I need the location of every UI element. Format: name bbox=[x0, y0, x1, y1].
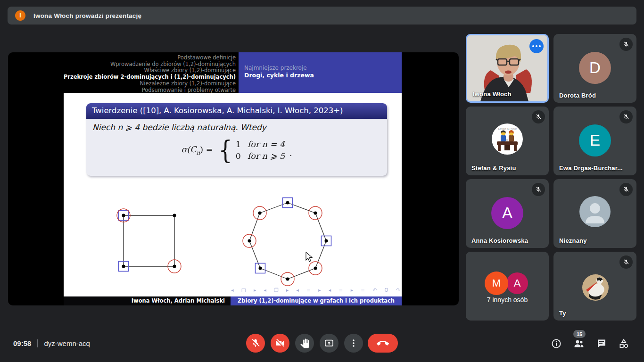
toc-item: Właściwe zbiory (1,2)-dominujące bbox=[8, 67, 236, 74]
activities-button[interactable] bbox=[618, 338, 629, 349]
more-options-button[interactable] bbox=[344, 334, 363, 353]
mic-off-icon bbox=[623, 114, 629, 120]
mic-muted-indicator bbox=[532, 183, 545, 196]
mic-off-icon bbox=[623, 186, 629, 193]
participant-tile-anna-kosiorowska[interactable]: A Anna Kosiorowska bbox=[466, 179, 549, 248]
svg-text:Stefan & Rysiu: Stefan & Rysiu bbox=[498, 127, 517, 130]
photo-avatar bbox=[582, 274, 609, 301]
silhouette-avatar bbox=[579, 196, 611, 227]
overflow-avatar-m: M bbox=[485, 272, 508, 295]
others-count-label: 7 innych osób bbox=[466, 296, 549, 304]
slide-footer-authors: Iwona Włoch, Adrian Michalski bbox=[64, 296, 231, 305]
info-icon bbox=[551, 338, 562, 349]
show-participants-button[interactable] bbox=[573, 338, 585, 349]
slide-footer-title: Zbiory (1,2)-dominujące w grafach i ich … bbox=[231, 296, 402, 305]
meeting-code: dyz-wemn-acq bbox=[44, 339, 90, 347]
formula-period: . bbox=[289, 148, 292, 158]
initial-avatar: D bbox=[579, 52, 611, 84]
participant-name: Ewa Drgas-Burchar... bbox=[559, 165, 623, 172]
camera-off-icon bbox=[275, 338, 285, 348]
present-screen-button[interactable] bbox=[320, 334, 339, 353]
toc-item: Podsumowanie i problemy otwarte bbox=[8, 87, 236, 94]
toc-item: Wprowadzenie do zbiorów (1,2)-dominujący… bbox=[8, 61, 236, 68]
participant-name: Ty bbox=[559, 310, 566, 317]
chat-icon bbox=[596, 338, 607, 349]
participant-tile-nieznany[interactable]: Nieznany bbox=[553, 179, 636, 248]
participant-name: Nieznany bbox=[559, 237, 587, 244]
mic-muted-indicator bbox=[619, 38, 633, 51]
meeting-details-button[interactable] bbox=[551, 338, 562, 349]
clock-time: 09:58 bbox=[13, 339, 31, 347]
present-screen-icon bbox=[324, 338, 334, 348]
beamer-navigation-icons: ◂ □ ▸ ◂ ❐ ▸ ◂ ≡ ▸ ◂ ≡ ▸ ≡ ↶ Q ↷ bbox=[230, 287, 402, 293]
activities-icon bbox=[618, 338, 629, 349]
mic-off-icon bbox=[623, 41, 629, 48]
participant-tile-iwona-wloch[interactable]: Iwona Włoch bbox=[466, 34, 549, 103]
presenter-avatar: I bbox=[15, 10, 25, 21]
slide-subsection-box: Najmniejsze przekroje Drogi, cykle i drz… bbox=[239, 52, 402, 93]
end-call-button[interactable] bbox=[368, 334, 398, 353]
theorem-title: Twierdzenie ([10], A. Kosiorowska, A. Mi… bbox=[86, 103, 387, 119]
mic-off-icon bbox=[623, 259, 629, 265]
screen-share-region[interactable]: Podstawowe definicje Wprowadzenie do zbi… bbox=[8, 52, 459, 305]
end-call-icon bbox=[377, 337, 389, 349]
slide-toc: Podstawowe definicje Wprowadzenie do zbi… bbox=[8, 55, 236, 93]
theorem-lead: Niech n ⩾ 4 bedzie liczbą naturalną. Wte… bbox=[92, 123, 266, 132]
toc-item: Podstawowe definicje bbox=[8, 55, 236, 61]
participant-tile-ewa-drgas[interactable]: E Ewa Drgas-Burchar... bbox=[553, 107, 636, 175]
toc-item-active: Przekroje zbiorów 2-dominujących i (1,2)… bbox=[8, 74, 236, 81]
presenting-banner: I Iwona Włoch prowadzi prezentację bbox=[8, 7, 636, 25]
tile-more-options-button[interactable] bbox=[529, 39, 544, 53]
participant-tile-others[interactable]: M A 7 innych osób bbox=[466, 252, 549, 321]
mic-muted-indicator bbox=[619, 183, 633, 196]
participant-name: Stefan & Rysiu bbox=[471, 165, 516, 172]
formula-lhs: σ(Cn) = bbox=[181, 145, 213, 156]
participant-name: Iwona Włoch bbox=[473, 90, 512, 98]
theorem-body: Niech n ⩾ 4 bedzie liczbą naturalną. Wte… bbox=[86, 119, 387, 176]
more-options-icon bbox=[348, 338, 359, 348]
camera-toggle-button[interactable] bbox=[271, 334, 289, 353]
mic-toggle-button[interactable] bbox=[246, 334, 265, 353]
mic-muted-indicator bbox=[619, 255, 633, 269]
mic-off-icon bbox=[535, 114, 542, 120]
mic-muted-indicator bbox=[532, 110, 545, 123]
subsection-active: Drogi, cykle i drzewa bbox=[244, 72, 402, 79]
formula-cases: 1for n = 4 0for n ⩾ 5 bbox=[236, 139, 285, 162]
presenting-banner-text: Iwona Włoch prowadzi prezentację bbox=[33, 12, 141, 19]
initial-avatar: A bbox=[491, 197, 523, 229]
participant-name: Anna Kosiorowska bbox=[471, 237, 528, 244]
subsection-muted: Najmniejsze przekroje bbox=[244, 64, 402, 72]
photo-avatar: Stefan & Rysiu bbox=[492, 123, 523, 155]
toc-item: Niezależne zbiory (1,2)-dominujące bbox=[8, 81, 236, 87]
participants-count-badge: 15 bbox=[573, 330, 586, 338]
participant-tile-dorota-brod[interactable]: D Dorota Bród bbox=[553, 34, 636, 103]
mic-off-icon bbox=[535, 186, 542, 193]
raise-hand-icon bbox=[300, 338, 310, 348]
participant-tile-stefan-rysiu[interactable]: Stefan & Rysiu S bbox=[466, 107, 549, 175]
formula-brace: { bbox=[219, 138, 232, 163]
theorem-formula: σ(Cn) = { 1for n = 4 0for n ⩾ 5 . bbox=[86, 138, 387, 163]
raise-hand-button[interactable] bbox=[295, 334, 314, 353]
divider bbox=[37, 339, 38, 347]
participant-tile-self[interactable]: Ty bbox=[553, 252, 636, 321]
meeting-info: 09:58 dyz-wemn-acq bbox=[13, 337, 90, 350]
initial-avatar: E bbox=[579, 124, 611, 156]
participant-name: Dorota Bród bbox=[559, 92, 596, 99]
overflow-avatar-a: A bbox=[506, 272, 528, 294]
meet-window: I Iwona Włoch prowadzi prezentację Podst… bbox=[0, 0, 644, 362]
chat-button[interactable] bbox=[596, 338, 607, 349]
mic-off-icon bbox=[250, 338, 261, 348]
people-icon bbox=[573, 338, 585, 349]
mic-muted-indicator bbox=[619, 110, 633, 123]
theorem-block: Twierdzenie ([10], A. Kosiorowska, A. Mi… bbox=[86, 103, 387, 176]
